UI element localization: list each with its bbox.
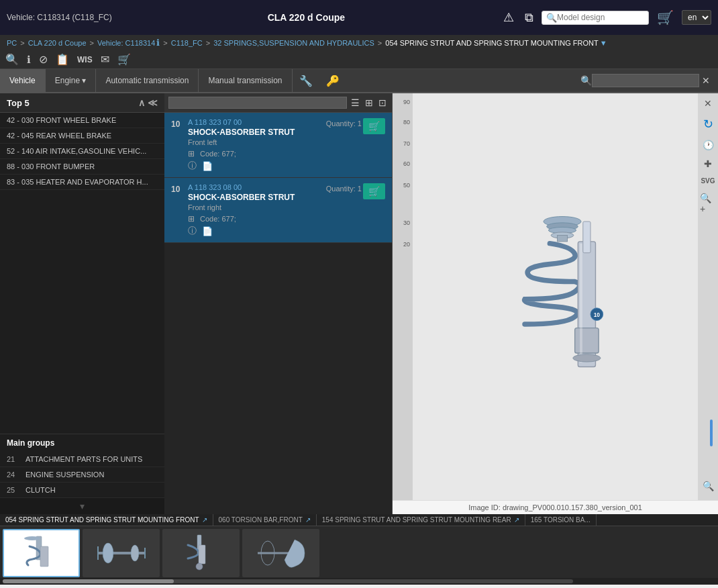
model-search-input[interactable]	[557, 13, 644, 22]
part-name-0: SHOCK-ABSORBER STRUT	[188, 128, 385, 137]
info-tool[interactable]: ℹ	[27, 54, 31, 66]
top5-item-3[interactable]: 88 - 030 FRONT BUMPER	[0, 159, 164, 175]
thumbnail-labels: 054 SPRING STRUT AND SPRING STRUT MOUNTI…	[0, 514, 718, 526]
drag-handle[interactable]	[710, 420, 713, 446]
thumb-label-3[interactable]: 165 TORSION BA...	[525, 514, 597, 526]
tab-engine[interactable]: Engine ▾	[46, 69, 97, 92]
part-name-1: SHOCK-ABSORBER STRUT	[188, 193, 385, 202]
tab-manual-transmission[interactable]: Manual transmission	[199, 69, 292, 92]
filter-tool[interactable]: ⊘	[39, 53, 48, 66]
cart-btn-0[interactable]: 🛒	[363, 118, 385, 134]
part-codeinfo-1: Code: 677;	[200, 215, 236, 223]
part-item-1[interactable]: 10 A 118 323 08 00 SHOCK-ABSORBER STRUT …	[164, 178, 392, 243]
top5-item-0[interactable]: 42 - 030 FRONT WHEEL BRAKE	[0, 113, 164, 128]
model-search-box: 🔍	[542, 11, 649, 25]
zoom-out-diagram[interactable]: 🔍	[701, 479, 716, 493]
thumb-svg-0	[15, 533, 68, 573]
parts-header: ☰ ⊞ ⊡	[164, 93, 392, 113]
thumb-label-2[interactable]: 154 SPRING STRUT AND SPRING STRUT MOUNTI…	[317, 514, 525, 526]
cart-icon[interactable]: 🛒	[654, 7, 676, 28]
thumb-ext-icon-2: ↗	[514, 516, 519, 524]
scrollbar-thumb[interactable]	[3, 579, 174, 583]
svg-point-22	[196, 563, 203, 570]
zoom-in-diagram[interactable]: 🔍+	[698, 191, 718, 216]
thumb-3[interactable]	[242, 529, 319, 577]
part-grid-icon-0[interactable]: ⊞	[188, 149, 195, 158]
bottom-scrollbar[interactable]	[0, 578, 718, 585]
parts-list-icon[interactable]: ☰	[350, 96, 361, 109]
cart-btn-1[interactable]: 🛒	[363, 183, 385, 199]
top-bar-actions: ⚠ ⧉ 🔍 🛒 en	[501, 7, 711, 28]
sidebar-hide-icon[interactable]: ≪	[148, 97, 158, 108]
part-sub-1: Front right	[188, 203, 385, 211]
thumb-2[interactable]	[162, 529, 240, 577]
part-grid-icon-1[interactable]: ⊞	[188, 214, 195, 224]
main-group-item-24[interactable]: 24 ENGINE SUSPENSION	[0, 467, 164, 483]
part-icons-0: ⓘ 📄	[188, 160, 385, 172]
top5-item-4[interactable]: 83 - 035 HEATER AND EVAPORATOR H...	[0, 175, 164, 190]
parts-expand-icon[interactable]: ⊡	[377, 96, 388, 109]
tab-automatic-transmission[interactable]: Automatic transmission	[96, 69, 199, 92]
svg-point-17	[131, 545, 139, 561]
sidebar-scroll-down-icon[interactable]: ▾	[80, 501, 85, 511]
thumb-svg-3	[254, 533, 308, 573]
wis-tool[interactable]: WIS	[77, 55, 93, 64]
part-info-icon-0[interactable]: ⓘ	[188, 160, 197, 172]
parts-area: ☰ ⊞ ⊡ 10 A 118 323 07 00 SHOCK-ABSORBER …	[164, 93, 393, 514]
main-group-item-25[interactable]: 25 CLUTCH	[0, 483, 164, 498]
main-group-item-21[interactable]: 21 ATTACHMENT PARTS FOR UNITS	[0, 452, 164, 467]
scrollbar-track	[3, 579, 573, 583]
svg-rect-21	[199, 545, 205, 564]
parts-list: 10 A 118 323 07 00 SHOCK-ABSORBER STRUT …	[164, 113, 392, 514]
tab-icon-key[interactable]: 🔑	[319, 70, 346, 91]
warning-icon[interactable]: ⚠	[501, 7, 517, 28]
diagram-tools: ✕ ↻ 🕐 ✚ SVG 🔍+ 🔍	[698, 93, 718, 500]
tab-icon-wrench[interactable]: 🔧	[293, 70, 319, 91]
breadcrumb-dropdown-icon[interactable]: ▼	[600, 39, 607, 47]
tab-vehicle[interactable]: Vehicle	[0, 69, 46, 92]
rotate-tool[interactable]: ↻	[701, 115, 715, 134]
tab-search-area: 🔍 ✕	[580, 74, 718, 87]
close-diagram-tool[interactable]: ✕	[702, 96, 714, 111]
search-clear-btn[interactable]: ✕	[699, 74, 713, 87]
vehicle-info-icon[interactable]: ℹ	[156, 38, 160, 48]
parts-search-input[interactable]	[168, 97, 347, 109]
zoom-in-tool[interactable]: 🔍	[5, 53, 19, 66]
document-tool[interactable]: 📋	[56, 53, 69, 66]
history-tool[interactable]: 🕐	[701, 138, 716, 152]
svg-text:10: 10	[593, 311, 600, 318]
breadcrumb-pc[interactable]: PC	[7, 39, 17, 47]
sidebar-scroll-bottom: ▾	[0, 498, 164, 514]
svg-rect-8	[580, 244, 582, 362]
main-groups-list: 21 ATTACHMENT PARTS FOR UNITS 24 ENGINE …	[0, 452, 164, 498]
tab-search-input[interactable]	[592, 74, 699, 87]
breadcrumb-model[interactable]: CLA 220 d Coupe	[28, 39, 87, 47]
svg-tool[interactable]: SVG	[699, 175, 717, 187]
part-doc-icon-0[interactable]: 📄	[202, 161, 213, 171]
thumbnails	[0, 526, 718, 578]
top5-item-2[interactable]: 52 - 140 AIR INTAKE,GASOLINE VEHIC...	[0, 144, 164, 159]
breadcrumb-springs[interactable]: 32 SPRINGS,SUSPENSION AND HYDRAULICS	[213, 39, 374, 47]
copy-icon[interactable]: ⧉	[522, 8, 536, 28]
crosshair-tool[interactable]: ✚	[702, 156, 714, 171]
thumb-1[interactable]	[83, 529, 160, 577]
breadcrumb-vehicle[interactable]: Vehicle: C118314	[97, 39, 155, 47]
part-item-0[interactable]: 10 A 118 323 07 00 SHOCK-ABSORBER STRUT …	[164, 113, 392, 178]
cart-tool[interactable]: 🛒	[117, 53, 131, 66]
mail-tool[interactable]: ✉	[101, 53, 109, 66]
thumb-label-1[interactable]: 060 TORSION BAR,FRONT ↗	[213, 514, 317, 526]
sidebar-collapse-icon[interactable]: ∧	[138, 97, 145, 108]
part-doc-icon-1[interactable]: 📄	[202, 226, 213, 236]
breadcrumb-current: 054 SPRING STRUT AND SPRING STRUT MOUNTI…	[385, 39, 598, 47]
breadcrumb-c118fc[interactable]: C118_FC	[171, 39, 203, 47]
vehicle-id: Vehicle: C118314 (C118_FC)	[7, 13, 112, 22]
thumb-0[interactable]	[3, 529, 80, 577]
search-icon-tab: 🔍	[580, 75, 592, 86]
lang-select[interactable]: en	[682, 10, 711, 25]
top5-item-1[interactable]: 42 - 045 REAR WHEEL BRAKE	[0, 128, 164, 144]
part-info-icon-1[interactable]: ⓘ	[188, 225, 197, 237]
part-footer-0: ⊞ Code: 677;	[188, 149, 385, 158]
part-codeinfo-0: Code: 677;	[200, 150, 236, 158]
thumb-label-0[interactable]: 054 SPRING STRUT AND SPRING STRUT MOUNTI…	[0, 514, 213, 526]
parts-grid-icon[interactable]: ⊞	[364, 96, 374, 109]
